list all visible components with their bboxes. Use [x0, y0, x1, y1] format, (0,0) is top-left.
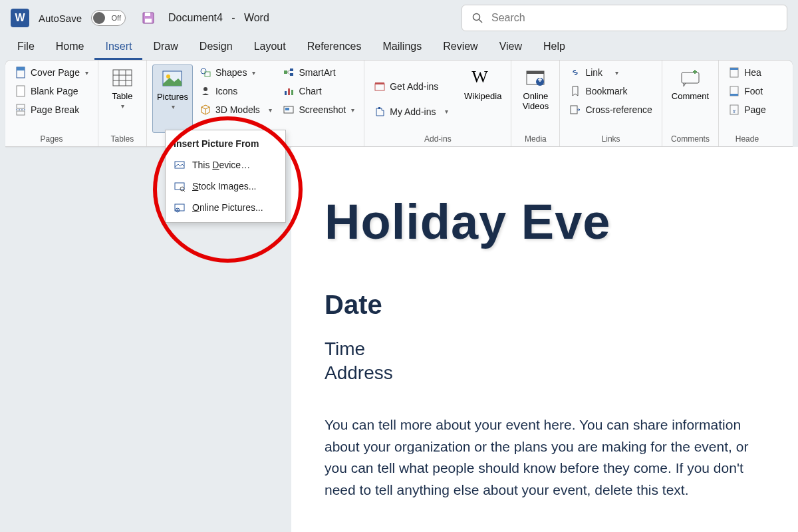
svg-rect-1	[145, 13, 150, 16]
tab-file[interactable]: File	[7, 37, 45, 60]
svg-rect-7	[17, 86, 25, 96]
header-button[interactable]: Hea	[724, 65, 770, 80]
tab-layout[interactable]: Layout	[243, 37, 297, 60]
chart-icon	[283, 85, 295, 97]
footer-button[interactable]: Foot	[724, 83, 770, 99]
group-label-links: Links	[565, 133, 656, 145]
toggle-knob-icon	[93, 12, 105, 24]
table-icon	[111, 67, 134, 90]
pictures-dropdown: Insert Picture From This Device… Stock I…	[165, 130, 286, 223]
svg-rect-32	[375, 82, 384, 84]
doc-heading-date[interactable]: Date	[325, 290, 765, 320]
autosave-label: AutoSave	[39, 13, 82, 24]
tab-help[interactable]: Help	[533, 37, 576, 60]
cross-reference-button[interactable]: Cross-reference	[565, 102, 656, 118]
link-icon	[569, 66, 581, 78]
dropdown-stock-images[interactable]: Stock Images...	[166, 176, 285, 197]
svg-line-48	[184, 190, 185, 192]
table-button[interactable]: Table ▾	[104, 65, 141, 133]
svg-rect-35	[527, 71, 544, 74]
blank-page-button[interactable]: Blank Page	[11, 83, 92, 99]
ribbon: Cover Page▾ Blank Page Page Break Pages …	[5, 60, 793, 147]
pictures-icon	[161, 68, 184, 90]
tab-mailings[interactable]: Mailings	[372, 37, 433, 60]
video-icon	[524, 67, 547, 90]
comment-button[interactable]: Comment	[668, 65, 713, 133]
svg-line-24	[287, 70, 290, 72]
bookmark-button[interactable]: Bookmark	[565, 83, 656, 99]
chart-button[interactable]: Chart	[279, 83, 358, 99]
svg-line-25	[287, 72, 290, 75]
page-break-button[interactable]: Page Break	[11, 102, 92, 118]
smartart-button[interactable]: SmartArt	[279, 65, 358, 80]
document-title: Document4 - Word	[168, 12, 269, 24]
svg-line-4	[479, 20, 483, 23]
wikipedia-button[interactable]: W Wikipedia	[460, 65, 505, 133]
svg-rect-23	[290, 73, 293, 76]
group-label-addins: Add-ins	[370, 133, 505, 145]
get-addins-button[interactable]: Get Add-ins	[370, 78, 452, 94]
doc-heading-title[interactable]: Holiday Eve	[325, 194, 765, 250]
chevron-down-icon: ▾	[441, 108, 448, 115]
my-addins-button[interactable]: My Add-ins ▾	[370, 104, 452, 120]
dropdown-title: Insert Picture From	[166, 134, 285, 154]
autosave-toggle[interactable]: Off	[91, 10, 126, 26]
dropdown-online-pictures[interactable]: Online Pictures...	[166, 197, 285, 218]
chevron-down-icon: ▾	[351, 106, 354, 114]
group-label-pages: Pages	[11, 133, 92, 145]
doc-heading-time[interactable]: Time	[325, 338, 765, 360]
svg-rect-42	[730, 94, 738, 96]
dropdown-this-device[interactable]: This Device…	[166, 154, 285, 176]
bookmark-icon	[569, 85, 581, 97]
page-number-button[interactable]: # Page	[724, 102, 770, 118]
svg-rect-31	[375, 84, 384, 90]
doc-body-text[interactable]: You can tell more about your event here.…	[325, 414, 765, 501]
chevron-down-icon: ▾	[608, 69, 618, 76]
svg-rect-33	[378, 107, 380, 109]
tab-design[interactable]: Design	[189, 37, 243, 60]
svg-point-18	[201, 68, 206, 74]
group-headerfooter: Hea Foot # Page Heade	[719, 61, 775, 146]
svg-rect-2	[145, 19, 152, 23]
addins-icon	[374, 106, 386, 118]
svg-rect-22	[290, 68, 293, 71]
blank-page-icon	[15, 85, 27, 97]
tab-insert[interactable]: Insert	[94, 37, 142, 60]
title-bar: W AutoSave Off Document4 - Word	[0, 0, 798, 36]
document-canvas[interactable]: Holiday Eve Date Time Address You can te…	[291, 147, 798, 532]
shapes-button[interactable]: Shapes▾	[196, 65, 276, 80]
group-media: Online Videos Media	[511, 61, 560, 146]
svg-rect-6	[17, 67, 25, 70]
tab-home[interactable]: Home	[45, 37, 95, 60]
chevron-down-icon: ▾	[265, 106, 273, 114]
screenshot-icon	[283, 104, 295, 116]
svg-point-3	[473, 14, 480, 21]
device-icon	[174, 159, 186, 171]
search-icon	[471, 12, 483, 24]
screenshot-button[interactable]: Screenshot▾	[279, 102, 358, 118]
svg-rect-27	[288, 88, 290, 95]
tab-view[interactable]: View	[489, 37, 533, 60]
page-break-icon	[15, 104, 27, 116]
search-box[interactable]	[462, 5, 787, 31]
pictures-button[interactable]: Pictures ▾	[152, 65, 193, 133]
tab-references[interactable]: References	[297, 37, 372, 60]
cover-page-icon	[15, 66, 27, 78]
online-videos-button[interactable]: Online Videos	[517, 65, 554, 133]
tab-review[interactable]: Review	[432, 37, 488, 60]
icons-button[interactable]: Icons	[196, 83, 276, 99]
save-icon[interactable]	[142, 11, 155, 25]
search-input[interactable]	[491, 12, 777, 24]
svg-rect-28	[291, 90, 293, 95]
cube-icon	[200, 104, 211, 116]
group-label-tables: Tables	[104, 133, 141, 145]
svg-rect-9	[17, 111, 25, 115]
link-button[interactable]: Link ▾	[565, 65, 656, 80]
tab-draw[interactable]: Draw	[142, 37, 188, 60]
group-addins: Get Add-ins My Add-ins ▾ W Wikipedia Add…	[364, 61, 511, 146]
svg-rect-46	[175, 183, 184, 190]
doc-heading-address[interactable]: Address	[325, 362, 765, 384]
3d-models-button[interactable]: 3D Models ▾	[196, 102, 276, 118]
chevron-down-icon: ▾	[172, 103, 175, 110]
cover-page-button[interactable]: Cover Page▾	[11, 65, 92, 80]
